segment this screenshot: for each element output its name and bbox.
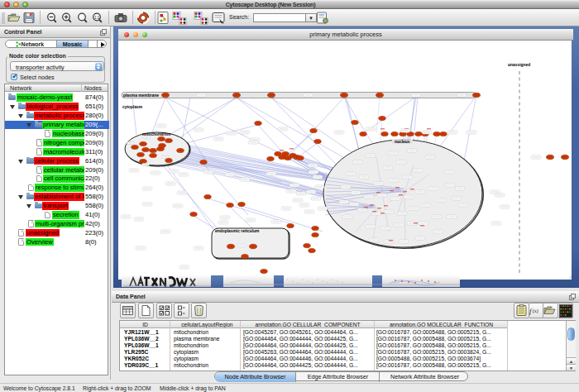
- svg-text:1:1: 1:1: [94, 16, 100, 20]
- svg-text:nucleus: nucleus: [395, 140, 410, 144]
- svg-text:cytoplasm: cytoplasm: [122, 105, 143, 109]
- svg-text:endoplasmic reticulum: endoplasmic reticulum: [215, 229, 260, 233]
- svg-text:(x): (x): [533, 308, 538, 314]
- svg-text:plasma membrane: plasma membrane: [123, 93, 159, 98]
- svg-text:unassigned: unassigned: [508, 63, 530, 67]
